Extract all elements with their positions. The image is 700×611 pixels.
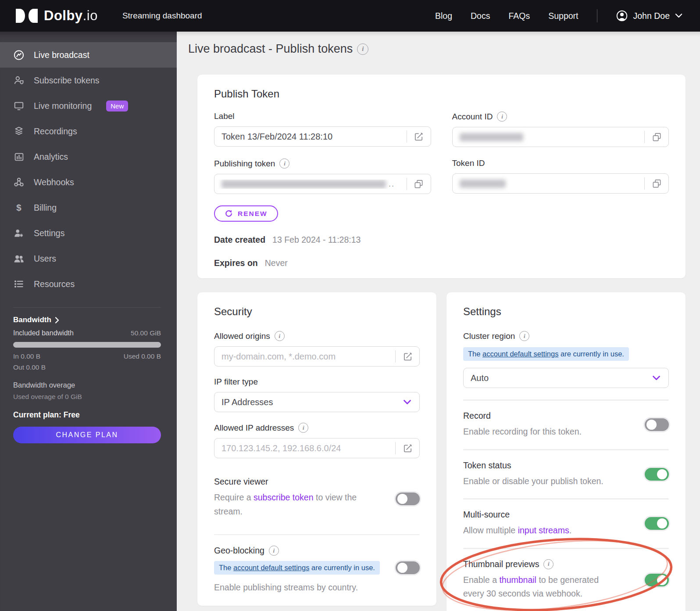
- user-name: John Doe: [633, 11, 670, 21]
- sidebar-item-label: Recordings: [34, 126, 77, 137]
- sidebar-item-recordings[interactable]: Recordings: [0, 119, 177, 144]
- geo-blocking-section: Geo-blockingi The account default settin…: [214, 546, 420, 595]
- sidebar-item-billing[interactable]: $ Billing: [0, 195, 177, 220]
- record-desc: Enable recording for this token.: [463, 425, 582, 439]
- allowed-origins-label: Allowed origins: [214, 331, 270, 341]
- user-menu[interactable]: John Doe: [616, 10, 682, 22]
- bandwidth-title-label: Bandwidth: [13, 316, 51, 324]
- cluster-region-select[interactable]: Auto: [463, 368, 669, 388]
- renew-button[interactable]: RENEW: [214, 205, 278, 222]
- token-status-desc: Enable or disable your publish token.: [463, 474, 604, 489]
- account-default-settings-link[interactable]: account default settings: [482, 350, 558, 358]
- section-divider: [214, 534, 420, 535]
- thumbnail-previews-row: Thumbnail previewsi Enable a thumbnail t…: [463, 549, 669, 611]
- record-toggle[interactable]: [645, 418, 669, 431]
- nav-link-faqs[interactable]: FAQs: [508, 11, 530, 21]
- copy-icon[interactable]: [645, 132, 668, 142]
- chevron-down-icon: [652, 375, 661, 381]
- sidebar-item-users[interactable]: Users: [0, 246, 177, 271]
- sidebar-item-label: Live broadcast: [34, 50, 89, 60]
- sidebar-item-label: Webhooks: [34, 177, 74, 187]
- allowed-ip-group: Allowed IP addressesi: [214, 423, 420, 458]
- settings-card: Settings Cluster regioni The account def…: [446, 292, 686, 611]
- sidebar-item-live-broadcast[interactable]: Live broadcast: [0, 42, 177, 68]
- publish-token-card: Publish Token Label Account IDi: [197, 75, 686, 278]
- settings-icon: [13, 227, 25, 239]
- page-info-icon[interactable]: i: [357, 43, 368, 55]
- edit-icon[interactable]: [396, 352, 419, 362]
- dolby-double-d-icon: [14, 8, 39, 24]
- geo-blocking-title: Geo-blocking: [214, 546, 264, 556]
- publishing-token-label: Publishing token: [214, 159, 275, 169]
- subscribe-token-link[interactable]: subscribe token: [254, 492, 314, 502]
- thumbnail-link[interactable]: thumbnail: [499, 575, 536, 585]
- secure-viewer-row: Secure viewer Require a subscribe token …: [214, 477, 420, 518]
- token-label-input[interactable]: [214, 132, 407, 142]
- allowed-ip-input[interactable]: [214, 443, 395, 453]
- token-status-row: Token status Enable or disable your publ…: [463, 450, 669, 499]
- input-streams-link[interactable]: input streams: [518, 525, 569, 535]
- settings-heading: Settings: [463, 306, 669, 318]
- cluster-region-value: Auto: [464, 373, 652, 383]
- sidebar: Live broadcast Subscribe tokens Live mon…: [0, 32, 177, 611]
- renew-label: RENEW: [238, 210, 268, 218]
- resources-icon: [13, 278, 25, 290]
- date-created-value: 13 Feb 2024 - 11:28:13: [272, 235, 361, 245]
- bandwidth-used-value: Used 0.00 B: [124, 352, 161, 360]
- sidebar-item-label: Resources: [34, 279, 75, 289]
- thumbnail-previews-info-icon[interactable]: i: [543, 559, 554, 569]
- date-created-label: Date created: [214, 235, 265, 245]
- new-badge: New: [106, 101, 128, 111]
- nav-link-support[interactable]: Support: [548, 11, 578, 21]
- sidebar-item-subscribe-tokens[interactable]: Subscribe tokens: [0, 68, 177, 93]
- multi-source-toggle[interactable]: [645, 517, 669, 530]
- label-field-label: Label: [214, 111, 235, 121]
- expires-row: Expires on Never: [214, 258, 669, 268]
- change-plan-button[interactable]: CHANGE PLAN: [13, 427, 161, 443]
- sidebar-item-analytics[interactable]: Analytics: [0, 144, 177, 169]
- ip-filter-select[interactable]: IP Addresses: [214, 392, 420, 412]
- analytics-icon: [13, 151, 25, 162]
- allowed-origins-info-icon[interactable]: i: [275, 331, 285, 341]
- chevron-right-icon: [55, 317, 59, 323]
- bandwidth-overage-title: Bandwidth overage: [13, 381, 161, 389]
- copy-icon[interactable]: [645, 179, 668, 189]
- nav-link-blog[interactable]: Blog: [435, 11, 452, 21]
- sidebar-item-live-monitoring[interactable]: Live monitoring New: [0, 93, 177, 119]
- copy-icon[interactable]: [407, 179, 431, 189]
- allowed-origins-input[interactable]: [214, 352, 395, 362]
- nav-divider: [597, 9, 597, 22]
- sidebar-item-label: Subscribe tokens: [34, 75, 100, 86]
- account-id-group: Account IDi: [452, 111, 669, 147]
- geo-blocking-toggle[interactable]: [396, 561, 420, 574]
- bandwidth-title[interactable]: Bandwidth: [13, 316, 161, 324]
- page-title-text: Live broadcast - Publish tokens: [188, 42, 353, 56]
- avatar-icon: [616, 10, 628, 22]
- chevron-down-icon: [403, 399, 411, 405]
- sidebar-item-resources[interactable]: Resources: [0, 271, 177, 297]
- bandwidth-progress-bar: [13, 342, 161, 348]
- geo-blocking-info-icon[interactable]: i: [269, 546, 279, 556]
- allowed-ip-info-icon[interactable]: i: [298, 423, 308, 433]
- cluster-region-info-icon[interactable]: i: [519, 331, 529, 341]
- publishing-token-value-masked: ..: [214, 180, 407, 189]
- publishing-token-group: Publishing tokeni ..: [214, 158, 431, 194]
- account-default-settings-link[interactable]: account default settings: [233, 564, 309, 571]
- account-id-info-icon[interactable]: i: [497, 111, 507, 122]
- webhooks-icon: [13, 176, 25, 188]
- token-status-toggle[interactable]: [645, 468, 669, 481]
- secure-viewer-toggle[interactable]: [396, 492, 420, 505]
- geo-blocking-desc: Enable publishing streams by country.: [214, 581, 420, 595]
- edit-icon[interactable]: [407, 132, 431, 142]
- expires-label: Expires on: [214, 258, 258, 268]
- dolby-logo[interactable]: Dolby.io: [14, 8, 98, 24]
- sidebar-item-webhooks[interactable]: Webhooks: [0, 169, 177, 195]
- current-plan-label: Current plan: Free: [13, 410, 161, 420]
- publish-token-heading: Publish Token: [214, 88, 669, 100]
- sidebar-item-settings[interactable]: Settings: [0, 220, 177, 246]
- nav-link-docs[interactable]: Docs: [471, 11, 490, 21]
- edit-icon[interactable]: [396, 443, 419, 453]
- thumbnail-previews-toggle[interactable]: [645, 574, 669, 586]
- token-id-value-masked: [453, 180, 645, 188]
- publishing-token-info-icon[interactable]: i: [279, 158, 289, 169]
